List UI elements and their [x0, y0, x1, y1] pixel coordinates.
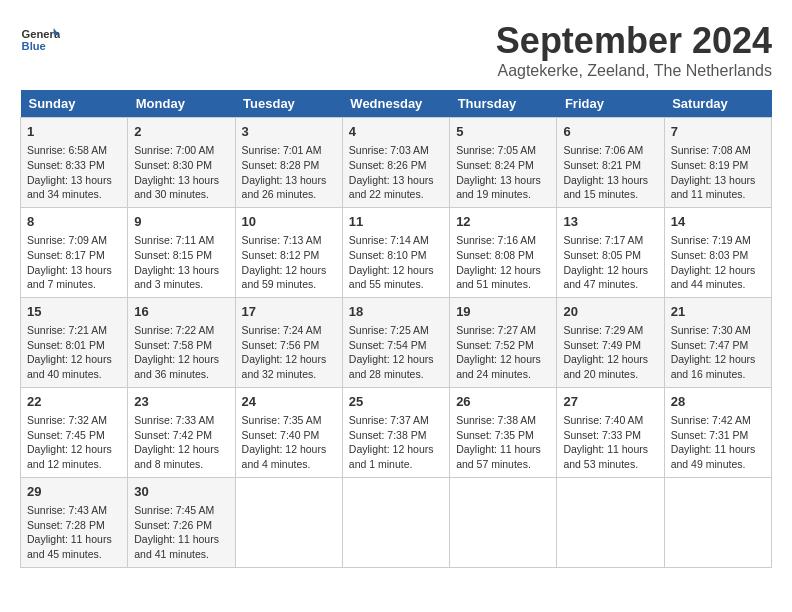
table-row: 23Sunrise: 7:33 AM Sunset: 7:42 PM Dayli…	[128, 387, 235, 477]
day-info: Sunrise: 7:05 AM Sunset: 8:24 PM Dayligh…	[456, 143, 550, 202]
day-number: 25	[349, 393, 443, 411]
day-number: 9	[134, 213, 228, 231]
day-info: Sunrise: 7:33 AM Sunset: 7:42 PM Dayligh…	[134, 413, 228, 472]
table-row: 28Sunrise: 7:42 AM Sunset: 7:31 PM Dayli…	[664, 387, 771, 477]
day-number: 23	[134, 393, 228, 411]
calendar-week-row: 1Sunrise: 6:58 AM Sunset: 8:33 PM Daylig…	[21, 118, 772, 208]
day-info: Sunrise: 7:00 AM Sunset: 8:30 PM Dayligh…	[134, 143, 228, 202]
logo: General Blue	[20, 20, 60, 60]
day-info: Sunrise: 7:30 AM Sunset: 7:47 PM Dayligh…	[671, 323, 765, 382]
day-info: Sunrise: 7:08 AM Sunset: 8:19 PM Dayligh…	[671, 143, 765, 202]
day-info: Sunrise: 7:42 AM Sunset: 7:31 PM Dayligh…	[671, 413, 765, 472]
svg-text:Blue: Blue	[22, 40, 46, 52]
day-info: Sunrise: 7:37 AM Sunset: 7:38 PM Dayligh…	[349, 413, 443, 472]
day-info: Sunrise: 7:06 AM Sunset: 8:21 PM Dayligh…	[563, 143, 657, 202]
page-subtitle: Aagtekerke, Zeeland, The Netherlands	[496, 62, 772, 80]
day-number: 28	[671, 393, 765, 411]
page-title: September 2024	[496, 20, 772, 62]
day-number: 6	[563, 123, 657, 141]
day-info: Sunrise: 7:09 AM Sunset: 8:17 PM Dayligh…	[27, 233, 121, 292]
day-number: 18	[349, 303, 443, 321]
header-tuesday: Tuesday	[235, 90, 342, 118]
calendar-week-row: 15Sunrise: 7:21 AM Sunset: 8:01 PM Dayli…	[21, 297, 772, 387]
calendar-week-row: 29Sunrise: 7:43 AM Sunset: 7:28 PM Dayli…	[21, 477, 772, 567]
table-row	[235, 477, 342, 567]
table-row	[664, 477, 771, 567]
table-row: 6Sunrise: 7:06 AM Sunset: 8:21 PM Daylig…	[557, 118, 664, 208]
header-friday: Friday	[557, 90, 664, 118]
day-info: Sunrise: 7:17 AM Sunset: 8:05 PM Dayligh…	[563, 233, 657, 292]
day-number: 24	[242, 393, 336, 411]
table-row	[557, 477, 664, 567]
day-number: 13	[563, 213, 657, 231]
day-number: 17	[242, 303, 336, 321]
day-number: 5	[456, 123, 550, 141]
table-row: 1Sunrise: 6:58 AM Sunset: 8:33 PM Daylig…	[21, 118, 128, 208]
day-info: Sunrise: 7:03 AM Sunset: 8:26 PM Dayligh…	[349, 143, 443, 202]
day-info: Sunrise: 7:25 AM Sunset: 7:54 PM Dayligh…	[349, 323, 443, 382]
header-saturday: Saturday	[664, 90, 771, 118]
table-row: 15Sunrise: 7:21 AM Sunset: 8:01 PM Dayli…	[21, 297, 128, 387]
day-info: Sunrise: 7:24 AM Sunset: 7:56 PM Dayligh…	[242, 323, 336, 382]
table-row: 29Sunrise: 7:43 AM Sunset: 7:28 PM Dayli…	[21, 477, 128, 567]
header-monday: Monday	[128, 90, 235, 118]
table-row: 14Sunrise: 7:19 AM Sunset: 8:03 PM Dayli…	[664, 207, 771, 297]
table-row: 18Sunrise: 7:25 AM Sunset: 7:54 PM Dayli…	[342, 297, 449, 387]
logo-icon: General Blue	[20, 20, 60, 60]
table-row: 5Sunrise: 7:05 AM Sunset: 8:24 PM Daylig…	[450, 118, 557, 208]
day-number: 2	[134, 123, 228, 141]
day-number: 11	[349, 213, 443, 231]
day-number: 27	[563, 393, 657, 411]
day-info: Sunrise: 7:40 AM Sunset: 7:33 PM Dayligh…	[563, 413, 657, 472]
day-info: Sunrise: 7:38 AM Sunset: 7:35 PM Dayligh…	[456, 413, 550, 472]
table-row: 17Sunrise: 7:24 AM Sunset: 7:56 PM Dayli…	[235, 297, 342, 387]
table-row: 13Sunrise: 7:17 AM Sunset: 8:05 PM Dayli…	[557, 207, 664, 297]
table-row: 8Sunrise: 7:09 AM Sunset: 8:17 PM Daylig…	[21, 207, 128, 297]
calendar-week-row: 8Sunrise: 7:09 AM Sunset: 8:17 PM Daylig…	[21, 207, 772, 297]
table-row: 21Sunrise: 7:30 AM Sunset: 7:47 PM Dayli…	[664, 297, 771, 387]
day-number: 20	[563, 303, 657, 321]
table-row: 10Sunrise: 7:13 AM Sunset: 8:12 PM Dayli…	[235, 207, 342, 297]
day-info: Sunrise: 7:45 AM Sunset: 7:26 PM Dayligh…	[134, 503, 228, 562]
day-number: 3	[242, 123, 336, 141]
day-number: 14	[671, 213, 765, 231]
day-info: Sunrise: 7:43 AM Sunset: 7:28 PM Dayligh…	[27, 503, 121, 562]
table-row: 3Sunrise: 7:01 AM Sunset: 8:28 PM Daylig…	[235, 118, 342, 208]
day-number: 16	[134, 303, 228, 321]
table-row: 7Sunrise: 7:08 AM Sunset: 8:19 PM Daylig…	[664, 118, 771, 208]
day-info: Sunrise: 7:35 AM Sunset: 7:40 PM Dayligh…	[242, 413, 336, 472]
day-number: 26	[456, 393, 550, 411]
day-info: Sunrise: 7:22 AM Sunset: 7:58 PM Dayligh…	[134, 323, 228, 382]
table-row: 11Sunrise: 7:14 AM Sunset: 8:10 PM Dayli…	[342, 207, 449, 297]
day-info: Sunrise: 7:32 AM Sunset: 7:45 PM Dayligh…	[27, 413, 121, 472]
table-row: 22Sunrise: 7:32 AM Sunset: 7:45 PM Dayli…	[21, 387, 128, 477]
table-row: 30Sunrise: 7:45 AM Sunset: 7:26 PM Dayli…	[128, 477, 235, 567]
day-number: 4	[349, 123, 443, 141]
day-info: Sunrise: 7:21 AM Sunset: 8:01 PM Dayligh…	[27, 323, 121, 382]
table-row: 27Sunrise: 7:40 AM Sunset: 7:33 PM Dayli…	[557, 387, 664, 477]
day-info: Sunrise: 7:19 AM Sunset: 8:03 PM Dayligh…	[671, 233, 765, 292]
day-number: 12	[456, 213, 550, 231]
page-header: General Blue September 2024 Aagtekerke, …	[20, 20, 772, 80]
table-row: 25Sunrise: 7:37 AM Sunset: 7:38 PM Dayli…	[342, 387, 449, 477]
calendar-header-row: Sunday Monday Tuesday Wednesday Thursday…	[21, 90, 772, 118]
day-number: 7	[671, 123, 765, 141]
day-number: 30	[134, 483, 228, 501]
table-row: 2Sunrise: 7:00 AM Sunset: 8:30 PM Daylig…	[128, 118, 235, 208]
table-row: 20Sunrise: 7:29 AM Sunset: 7:49 PM Dayli…	[557, 297, 664, 387]
day-info: Sunrise: 7:16 AM Sunset: 8:08 PM Dayligh…	[456, 233, 550, 292]
table-row: 16Sunrise: 7:22 AM Sunset: 7:58 PM Dayli…	[128, 297, 235, 387]
day-number: 22	[27, 393, 121, 411]
day-number: 1	[27, 123, 121, 141]
day-info: Sunrise: 7:29 AM Sunset: 7:49 PM Dayligh…	[563, 323, 657, 382]
day-number: 15	[27, 303, 121, 321]
day-info: Sunrise: 7:01 AM Sunset: 8:28 PM Dayligh…	[242, 143, 336, 202]
day-info: Sunrise: 7:13 AM Sunset: 8:12 PM Dayligh…	[242, 233, 336, 292]
header-thursday: Thursday	[450, 90, 557, 118]
table-row	[342, 477, 449, 567]
day-number: 8	[27, 213, 121, 231]
day-number: 10	[242, 213, 336, 231]
table-row: 12Sunrise: 7:16 AM Sunset: 8:08 PM Dayli…	[450, 207, 557, 297]
day-info: Sunrise: 7:27 AM Sunset: 7:52 PM Dayligh…	[456, 323, 550, 382]
table-row: 19Sunrise: 7:27 AM Sunset: 7:52 PM Dayli…	[450, 297, 557, 387]
